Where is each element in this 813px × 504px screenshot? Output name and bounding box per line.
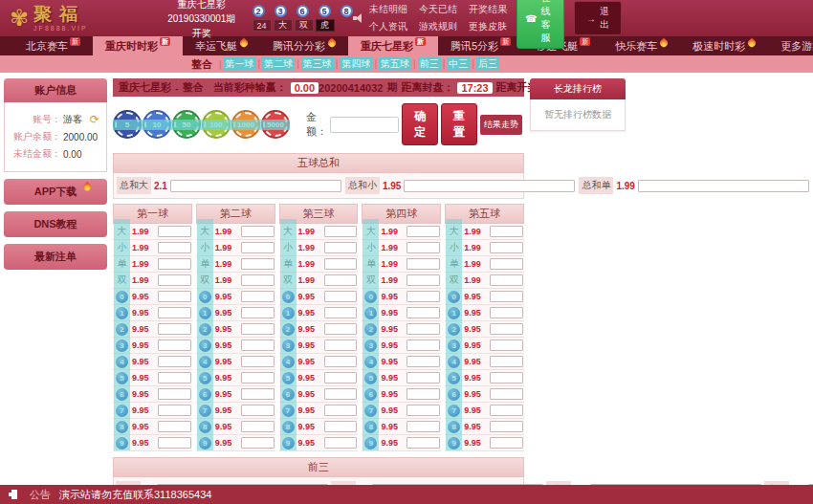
ball-icon-5[interactable]: 5 [364, 372, 377, 384]
subnav-tab-6[interactable]: 前三 [418, 57, 441, 70]
bet-input-col5-5[interactable] [490, 372, 523, 383]
odds-col1-small[interactable]: 1.99 [132, 243, 156, 252]
ball-icon-5[interactable]: 5 [199, 372, 211, 384]
nav-tab-10[interactable]: 更多游戏▼ [768, 36, 813, 55]
bet-label-even[interactable]: 双 [280, 274, 297, 287]
ball-icon-0[interactable]: 0 [199, 291, 211, 303]
bet-input-col4-8[interactable] [406, 421, 440, 432]
bet-input-col1-9[interactable] [158, 437, 191, 449]
bet-label-even[interactable]: 双 [446, 274, 462, 287]
ball-icon-0[interactable]: 0 [116, 291, 128, 303]
bet-input-col3-even[interactable] [324, 274, 358, 286]
bet-input-col1-big[interactable] [158, 226, 191, 237]
ball-icon-1[interactable]: 1 [116, 307, 128, 319]
odds-col2-6[interactable]: 9.95 [215, 389, 239, 399]
bet-input-col2-even[interactable] [241, 274, 275, 286]
bet-input-col5-3[interactable] [490, 340, 523, 351]
odds-col4-2[interactable]: 9.95 [381, 324, 405, 334]
odds-col5-odd[interactable]: 1.99 [464, 259, 488, 269]
bet-input-col5-odd[interactable] [490, 258, 523, 270]
bet-label-odd[interactable]: 单 [363, 257, 379, 271]
bet-input-col5-9[interactable] [490, 437, 523, 449]
odds-col1-9[interactable]: 9.95 [132, 438, 156, 448]
odds-col2-2[interactable]: 9.95 [215, 324, 239, 334]
bet-input-col2-8[interactable] [241, 421, 275, 432]
odds-col2-big[interactable]: 1.99 [215, 227, 239, 236]
ball-icon-0[interactable]: 0 [448, 291, 460, 303]
bet-input-col2-7[interactable] [241, 405, 275, 416]
odds-col5-8[interactable]: 9.95 [464, 422, 488, 431]
odds-col3-big[interactable]: 1.99 [298, 227, 322, 236]
chip-1000[interactable]: 1000 [233, 112, 258, 137]
nav-tab-9[interactable]: 极速时时彩 [680, 36, 768, 55]
bet-input-col4-big[interactable] [406, 226, 440, 237]
odds-col5-1[interactable]: 9.95 [464, 308, 488, 318]
ball-icon-2[interactable]: 2 [116, 323, 128, 336]
ball-icon-7[interactable]: 7 [199, 405, 211, 417]
odds-col3-8[interactable]: 9.95 [298, 422, 322, 431]
bet-input-col1-8[interactable] [158, 421, 191, 432]
bet-label-big[interactable]: 大 [446, 225, 462, 238]
odds-col2-9[interactable]: 9.95 [215, 438, 239, 448]
ball-icon-3[interactable]: 3 [116, 340, 128, 352]
bet-input-col4-6[interactable] [406, 388, 440, 400]
confirm-button[interactable]: 确定 [402, 103, 438, 145]
odds-col3-1[interactable]: 9.95 [298, 308, 322, 318]
bet-label-small[interactable]: 小 [280, 241, 297, 254]
bet-label-odd[interactable]: 单 [446, 257, 462, 271]
bet-label-small[interactable]: 小 [197, 241, 213, 254]
bet-input-col3-big[interactable] [324, 226, 358, 237]
ball-icon-7[interactable]: 7 [116, 405, 128, 417]
bet-input-col5-0[interactable] [490, 291, 523, 302]
subnav-tab-3[interactable]: 第三球 [301, 57, 334, 70]
ball-icon-3[interactable]: 3 [282, 340, 295, 352]
odds-col1-big[interactable]: 1.99 [132, 227, 156, 236]
odds-col5-2[interactable]: 9.95 [464, 324, 488, 334]
odds-col2-0[interactable]: 9.95 [215, 292, 239, 301]
odds-col1-5[interactable]: 9.95 [132, 373, 156, 383]
bet-input-col1-6[interactable] [158, 388, 191, 400]
odds-col5-7[interactable]: 9.95 [464, 405, 488, 415]
odds-col3-even[interactable]: 1.99 [298, 275, 322, 285]
odds-col1-0[interactable]: 9.95 [132, 292, 156, 301]
ball-icon-2[interactable]: 2 [199, 323, 211, 336]
subnav-tab-4[interactable]: 第四球 [340, 57, 372, 70]
odds-col1-2[interactable]: 9.95 [132, 324, 156, 334]
bet-input-col4-2[interactable] [406, 323, 440, 335]
bet-input-col1-4[interactable] [158, 356, 191, 367]
odds-sum-big[interactable]: 2.1 [154, 181, 167, 191]
ball-icon-9[interactable]: 9 [116, 437, 128, 449]
ball-icon-3[interactable]: 3 [364, 340, 377, 352]
subnav-tab-8[interactable]: 后三 [476, 57, 499, 70]
odds-col2-1[interactable]: 9.95 [215, 308, 239, 318]
odds-col2-even[interactable]: 1.99 [215, 275, 239, 285]
bet-label-big[interactable]: 大 [280, 225, 297, 238]
bet-input-col5-1[interactable] [490, 307, 523, 318]
bet-input-col2-3[interactable] [241, 340, 275, 351]
bet-input-col5-4[interactable] [490, 356, 523, 367]
bet-label-odd[interactable]: 单 [280, 257, 297, 271]
subnav-tab-1[interactable]: 第一球 [224, 57, 256, 70]
odds-col3-7[interactable]: 9.95 [298, 405, 322, 415]
odds-col4-3[interactable]: 9.95 [381, 340, 405, 350]
odds-col2-small[interactable]: 1.99 [215, 243, 239, 252]
subnav-tab-2[interactable]: 第二球 [262, 57, 295, 70]
nav-tab-4[interactable]: 腾讯分分彩 [260, 36, 348, 55]
bet-input-col2-6[interactable] [241, 388, 275, 400]
ball-icon-0[interactable]: 0 [282, 291, 295, 303]
header-link[interactable]: 游戏规则 [419, 20, 457, 33]
odds-col4-1[interactable]: 9.95 [381, 308, 405, 318]
bet-input-col1-even[interactable] [158, 274, 191, 286]
bet-input-col3-0[interactable] [324, 291, 358, 302]
ball-icon-7[interactable]: 7 [282, 405, 295, 417]
sidebar-button-2[interactable]: DNS教程 [4, 211, 107, 237]
odds-sum-small[interactable]: 1.95 [383, 181, 401, 191]
online-service-button[interactable]: ☎ 在线客服 [516, 0, 564, 49]
ball-icon-4[interactable]: 4 [448, 356, 460, 368]
bet-input-col4-0[interactable] [406, 291, 440, 302]
bet-input-col2-small[interactable] [241, 242, 275, 253]
ball-icon-1[interactable]: 1 [364, 307, 377, 319]
bet-input-col4-5[interactable] [406, 372, 440, 383]
bet-input-col5-7[interactable] [490, 405, 523, 416]
header-link[interactable]: 未结明细 [369, 3, 407, 16]
